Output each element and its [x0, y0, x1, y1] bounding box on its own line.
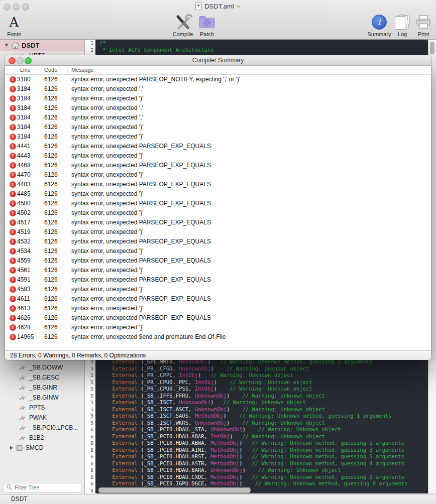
code-line[interactable]: 5 External (_SB_.ISCT.WKRS, UnknownObj) … [85, 420, 428, 427]
error-code: 6126 [44, 219, 58, 226]
error-list: !31806126syntax error, unexpected PARSEO… [5, 75, 431, 342]
code-line[interactable]: 6 External (_SB_.PCI0.HDAU.ARST, MethodO… [85, 453, 428, 460]
error-row[interactable]: !45176126syntax error, unexpected PARSEO… [5, 218, 431, 227]
error-row[interactable]: !31846126syntax error, unexpected ')' [5, 132, 431, 142]
code-line[interactable]: 5 External (_PR_.CPU0._PPC, IntObj) // W… [85, 379, 428, 386]
column-header-code[interactable]: Code [44, 67, 57, 73]
error-row[interactable]: !31846126syntax error, unexpected ',' [5, 103, 431, 113]
error-message: syntax error, unexpected PARSEOP_EXP_EQU… [71, 314, 211, 321]
code-line[interactable]: 6 External (_SB_.PCI0.HDAU.ABAR, IntObj)… [85, 433, 428, 440]
summary-titlebar[interactable]: Compiler Summary [5, 55, 431, 66]
code-line[interactable]: 6 External (_SB_.PCI0.HDAU.ABWA, MethodO… [85, 440, 428, 447]
sidebar-item--sb-ginw[interactable]: A _SB.GINW [0, 393, 84, 403]
sidebar-item-label: _SB.GINR [29, 384, 57, 391]
error-row[interactable]: !45326126syntax error, unexpected PARSEO… [5, 237, 431, 246]
code-line[interactable]: 6 External (_SB_.PCI0.HDAU._STA, Unknown… [85, 426, 428, 433]
error-row[interactable]: !44856126syntax error, unexpected '}' [5, 189, 431, 199]
sidebar-item-smcd[interactable]: SMCD [0, 443, 84, 453]
log-button[interactable]: Log [392, 14, 412, 37]
compile-button[interactable]: Compile [169, 14, 197, 37]
error-row[interactable]: !31846126syntax error, unexpected ',' [5, 113, 431, 122]
code-line[interactable]: 1/* [85, 40, 428, 47]
error-message: syntax error, unexpected PARSEOP_EXP_EQU… [71, 200, 211, 207]
filter-tree-input[interactable] [3, 483, 81, 492]
error-row[interactable]: !31806126syntax error, unexpected PARSEO… [5, 75, 431, 84]
column-header-line[interactable]: Line [20, 67, 31, 73]
horizontal-scrollbar-thumb[interactable] [98, 487, 251, 493]
code-line[interactable]: 5 External (_SB_.ISCT.SAOS, MethodObj) /… [85, 413, 428, 420]
code-line[interactable]: 6 External (_SB_.PCI0.HDAU.AINI, MethodO… [85, 447, 428, 454]
error-code: 6126 [44, 95, 58, 102]
sidebar-item-label: _SB.GINW [29, 394, 59, 401]
title-chevron-icon[interactable] [237, 5, 241, 8]
code-line[interactable]: 5 External (_PR_.CPPC, IntObj) // Warnin… [85, 372, 428, 379]
column-header-message[interactable]: Message [71, 67, 94, 73]
code-line[interactable]: 6 External (_SB_.PCI0.HDAU.CXDC, MethodO… [85, 474, 428, 481]
disclosure-triangle-collapsed[interactable] [10, 446, 13, 450]
print-button[interactable]: Print [413, 14, 433, 37]
code-line[interactable]: 5 External (_PR_.CFGD, UnknownObj) // Wa… [85, 365, 428, 372]
summary-info-icon: i [372, 15, 387, 30]
error-row[interactable]: !44436126syntax error, unexpected '}' [5, 151, 431, 161]
sidebar-item--sb-pci0-lpcb-[interactable]: A _SB.PCI0.LPCB... [0, 423, 84, 433]
vertical-scrollbar-thumb[interactable] [430, 42, 434, 54]
code-line[interactable]: 2 * Intel ACPI Component Architecture [85, 47, 428, 54]
error-line: 3184 [17, 85, 31, 92]
code-line[interactable]: 6 External (_SB_.PCI0.HDAU.BARA, Unknown… [85, 467, 428, 474]
error-row[interactable]: !45346126syntax error, unexpected '}' [5, 246, 431, 256]
error-row[interactable]: !31846126syntax error, unexpected ')' [5, 122, 431, 132]
sidebar-item-hpts[interactable]: A HPTS [0, 51, 84, 55]
error-row[interactable]: !45006126syntax error, unexpected PARSEO… [5, 199, 431, 208]
error-code: 6126 [44, 286, 58, 293]
method-icon: A [19, 425, 26, 431]
document-proxy-icon[interactable] [195, 3, 202, 10]
sidebar-item--sb-goww[interactable]: A _SB.GOWW [0, 362, 84, 372]
error-row[interactable]: !46286126syntax error, unexpected '}' [5, 323, 431, 332]
line-number: 5 [85, 399, 95, 406]
sidebar-item-pwak[interactable]: A PWAK [0, 413, 84, 423]
sidebar-item--sb-ginr[interactable]: A _SB.GINR [0, 383, 84, 393]
code-line[interactable]: 5 External (_SB_.ISCT, UnknownObj) // Wa… [85, 399, 428, 406]
error-row[interactable]: !45596126syntax error, unexpected PARSEO… [5, 256, 431, 266]
error-row[interactable]: !31846126syntax error, unexpected ')' [5, 94, 431, 103]
code-line[interactable]: 5 External (_PR_.CPU0._PSS, IntObj) // W… [85, 386, 428, 393]
error-icon: ! [10, 172, 16, 178]
error-message: syntax error, unexpected PARSEOP_EXP_EQU… [71, 143, 211, 150]
error-row[interactable]: !45196126syntax error, unexpected '}' [5, 227, 431, 237]
error-row[interactable]: !44836126syntax error, unexpected PARSEO… [5, 180, 431, 189]
error-row[interactable]: !45916126syntax error, unexpected PARSEO… [5, 275, 431, 285]
error-message: syntax error, unexpected '}' [71, 190, 143, 197]
code-line[interactable]: 6 External (_SB_.PCI0.HDAU.ASTR, MethodO… [85, 460, 428, 467]
code-line[interactable]: 5 External (_SB_.ISCT.ASCT, UnknownObj) … [85, 406, 428, 413]
error-row[interactable]: !46136126syntax error, unexpected '}' [5, 304, 431, 313]
error-row[interactable]: !44706126syntax error, unexpected '}' [5, 170, 431, 180]
method-icon: A [19, 405, 26, 411]
error-row[interactable]: !45026126syntax error, unexpected '}' [5, 208, 431, 218]
disclosure-triangle-expanded[interactable] [5, 44, 9, 47]
error-row[interactable]: !149656126syntax error, unexpected $end … [5, 332, 431, 342]
error-message: syntax error, unexpected ',' [71, 104, 143, 111]
code-line[interactable]: 5 External (_SB_.IFFS.FFRU, UnknownObj) … [85, 393, 428, 400]
error-row[interactable]: !31846126syntax error, unexpected ',' [5, 84, 431, 94]
error-line: 3184 [17, 123, 31, 131]
error-row[interactable]: !46266126syntax error, unexpected PARSEO… [5, 313, 431, 323]
sidebar-item-label: PWAK [29, 414, 47, 421]
line-number: 6 [85, 426, 95, 433]
error-row[interactable]: !44416126syntax error, unexpected PARSEO… [5, 142, 431, 151]
sidebar-item-ppts[interactable]: A PPTS [0, 403, 84, 413]
sidebar-item-dsdt[interactable]: DSDT [0, 40, 84, 51]
error-row[interactable]: !45616126syntax error, unexpected '}' [5, 266, 431, 275]
error-row[interactable]: !45936126syntax error, unexpected '}' [5, 285, 431, 294]
error-line: 4591 [17, 276, 31, 283]
compile-icon [173, 14, 192, 31]
code-line[interactable]: 6 External (_SB_.PCI0.IGPU.DGCE, MethodO… [85, 480, 428, 487]
error-row[interactable]: !44686126syntax error, unexpected PARSEO… [5, 161, 431, 170]
sidebar-item-b1b2[interactable]: A B1B2 [0, 433, 84, 443]
sidebar-item--sb-gesc[interactable]: A _SB.GESC [0, 372, 84, 383]
print-label: Print [418, 31, 429, 37]
code-text: External (_PR_.CPPC, IntObj) // Warning:… [95, 372, 293, 379]
fonts-button[interactable]: A Fonts [3, 14, 25, 37]
error-row[interactable]: !46116126syntax error, unexpected PARSEO… [5, 294, 431, 304]
summary-button[interactable]: i Summary [365, 14, 393, 37]
patch-button[interactable]: Patch [197, 14, 217, 37]
